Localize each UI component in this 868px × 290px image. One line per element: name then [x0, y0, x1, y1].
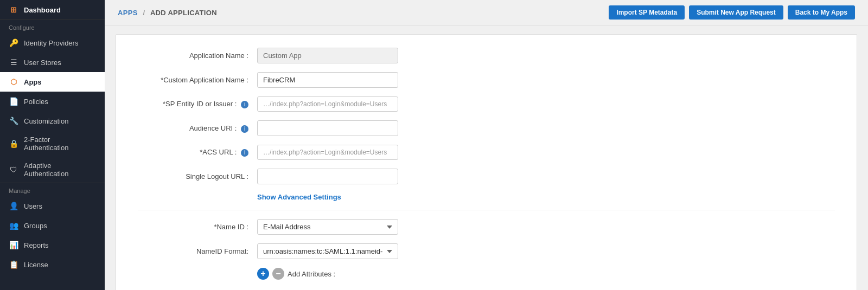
name-id-select[interactable]: E-Mail AddressUsernameUser ID [257, 219, 398, 235]
breadcrumb-apps-link[interactable]: APPS [118, 9, 138, 17]
sidebar-item-dashboard[interactable]: ⊞ Dashboard [0, 0, 105, 20]
dashboard-icon: ⊞ [9, 5, 18, 15]
manage-section: Manage [0, 183, 105, 196]
key-icon: 🔑 [9, 38, 18, 48]
lock-icon: 🔒 [9, 139, 18, 149]
breadcrumb: APPS / ADD APPLICATION [118, 9, 217, 17]
reports-icon: 📊 [9, 240, 18, 250]
custom-name-row: *Custom Application Name : [138, 72, 835, 88]
configure-section: Configure [0, 20, 105, 33]
audience-uri-label: Audience URI : i [138, 124, 257, 133]
single-logout-row: Single Logout URL : [138, 169, 835, 184]
topbar: APPS / ADD APPLICATION Import SP Metadat… [105, 0, 868, 25]
sidebar-item-2fa[interactable]: 🔒 2-Factor Authentication [0, 131, 105, 157]
submit-new-app-request-button[interactable]: Submit New App Request [689, 5, 783, 20]
topbar-actions: Import SP Metadata Submit New App Reques… [609, 5, 855, 20]
breadcrumb-current: ADD APPLICATION [150, 9, 217, 17]
add-attribute-plus-button[interactable]: + [257, 268, 269, 280]
sidebar-item-groups[interactable]: 👥 Groups [0, 216, 105, 235]
breadcrumb-separator: / [143, 9, 145, 17]
sidebar-item-license[interactable]: 📋 License [0, 255, 105, 274]
sp-entity-info-icon[interactable]: i [241, 101, 248, 108]
sp-entity-label: *SP Entity ID or Issuer : i [138, 100, 257, 108]
audience-uri-row: Audience URI : i [138, 120, 835, 136]
import-sp-metadata-button[interactable]: Import SP Metadata [609, 5, 685, 20]
sidebar-item-policies[interactable]: 📄 Policies [0, 92, 105, 111]
custom-name-input[interactable] [257, 72, 398, 88]
sidebar-item-user-stores[interactable]: ☰ User Stores [0, 53, 105, 72]
nameid-format-select[interactable]: urn:oasis:names:tc:SAML:1.1:nameid-formu… [257, 243, 398, 259]
audience-uri-info-icon[interactable]: i [241, 125, 248, 133]
shield-icon: 🛡 [9, 165, 18, 175]
sp-entity-row: *SP Entity ID or Issuer : i [138, 96, 835, 112]
name-id-label: *Name ID : [138, 223, 257, 231]
user-icon: 👤 [9, 201, 18, 211]
wrench-icon: 🔧 [9, 116, 18, 126]
form-divider [138, 210, 835, 210]
sidebar-item-identity-providers[interactable]: 🔑 Identity Providers [0, 33, 105, 53]
application-name-row: Application Name : [138, 48, 835, 63]
nameid-format-label: NameID Format: [138, 247, 257, 255]
application-name-input[interactable] [257, 48, 398, 63]
add-attributes-row: + − Add Attributes : [257, 268, 835, 280]
application-name-label: Application Name : [138, 51, 257, 60]
policies-icon: 📄 [9, 96, 18, 106]
acs-url-info-icon[interactable]: i [241, 149, 248, 157]
sidebar-item-adaptive-auth[interactable]: 🛡 Adaptive Authentication [0, 157, 105, 183]
database-icon: ☰ [9, 57, 18, 67]
acs-url-row: *ACS URL : i [138, 145, 835, 160]
acs-url-input[interactable] [257, 145, 398, 160]
back-to-my-apps-button[interactable]: Back to My Apps [788, 5, 855, 20]
group-icon: 👥 [9, 221, 18, 230]
single-logout-input[interactable] [257, 169, 398, 184]
nameid-format-row: NameID Format: urn:oasis:names:tc:SAML:1… [138, 243, 835, 259]
custom-name-label: *Custom Application Name : [138, 76, 257, 84]
add-attribute-minus-button[interactable]: − [272, 268, 284, 280]
single-logout-label: Single Logout URL : [138, 172, 257, 181]
sidebar-item-apps[interactable]: ⬡ Apps [0, 72, 105, 92]
audience-uri-input[interactable] [257, 120, 398, 136]
show-advanced-settings-link[interactable]: Show Advanced Settings [257, 193, 835, 201]
license-icon: 📋 [9, 260, 18, 269]
name-id-row: *Name ID : E-Mail AddressUsernameUser ID [138, 219, 835, 235]
acs-url-label: *ACS URL : i [138, 148, 257, 157]
sidebar-item-reports[interactable]: 📊 Reports [0, 235, 105, 255]
sidebar-item-customization[interactable]: 🔧 Customization [0, 111, 105, 131]
sidebar: ⊞ Dashboard Configure 🔑 Identity Provide… [0, 0, 105, 290]
sidebar-item-users[interactable]: 👤 Users [0, 196, 105, 216]
add-application-form: Application Name : *Custom Application N… [116, 34, 857, 290]
sp-entity-input[interactable] [257, 96, 398, 112]
add-attributes-label: Add Attributes : [288, 270, 335, 278]
main-content: APPS / ADD APPLICATION Import SP Metadat… [105, 0, 868, 290]
apps-icon: ⬡ [9, 77, 18, 87]
